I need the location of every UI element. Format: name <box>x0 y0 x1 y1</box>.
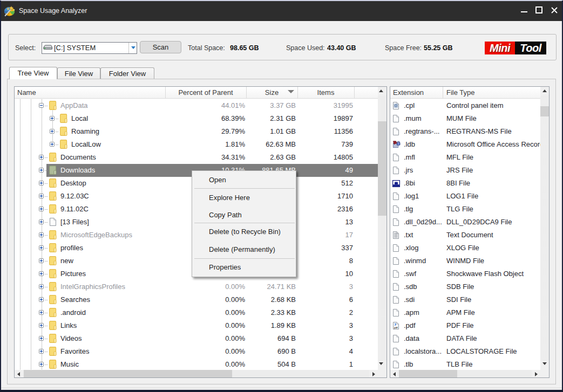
svg-text:pdf: pdf <box>394 326 398 329</box>
